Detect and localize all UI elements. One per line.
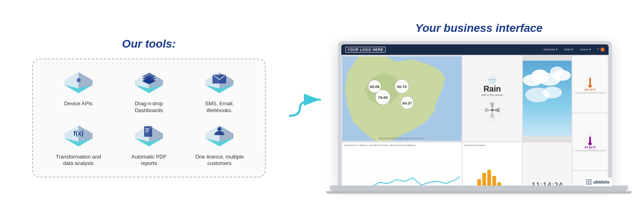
thermometer-column: 49.75°F Last updated 05/04/2022 10:10 [572, 56, 608, 186]
dashboard-navbar: YOUR LOGO HERE Devices ▾ Data ▾ Users ▾ … [341, 44, 609, 55]
licence-label: One licence, multiplecustomers [195, 154, 244, 167]
nav-users[interactable]: Users ▾ [580, 48, 590, 51]
bar-chart-title: Temperature distribution [464, 144, 520, 146]
svg-rect-80 [487, 169, 491, 185]
layers-icon [131, 69, 167, 97]
bar-chart-widget: Temperature distribution [462, 142, 522, 186]
svg-text:84.37: 84.37 [402, 100, 412, 105]
user-avatar[interactable] [601, 48, 605, 52]
svg-rect-63 [589, 78, 591, 85]
laptop-screen: YOUR LOGO HERE Devices ▾ Data ▾ Users ▾ … [341, 44, 609, 186]
svg-point-90 [588, 181, 590, 182]
svg-rect-66 [589, 137, 591, 142]
svg-point-91 [590, 181, 592, 182]
right-panel: Your business interface YOUR LOGO HERE D… [334, 22, 624, 194]
svg-point-36 [217, 127, 221, 131]
ubidots-logo-icon [586, 179, 592, 185]
weather-sub: with a few clouds [481, 94, 503, 96]
svg-point-67 [588, 142, 592, 145]
envelope-icon [201, 69, 237, 97]
temp-2-sub: Last updated 05/04/2022 10:10 [575, 149, 605, 152]
svg-point-87 [588, 179, 590, 180]
svg-point-88 [590, 179, 592, 180]
arrow-icon [288, 92, 324, 124]
weather-widget: 🌧️ Rain with a few clouds [462, 56, 522, 142]
svg-text:79.00: 79.00 [378, 95, 388, 100]
line-chart-widget: Temperature (°C) (Bottom) • Humidity (%)… [342, 142, 462, 186]
nav-devices[interactable]: Devices ▾ [544, 48, 558, 51]
svg-point-59 [550, 67, 564, 76]
laptop-mockup: YOUR LOGO HERE Devices ▾ Data ▾ Users ▾ … [338, 41, 612, 186]
nav-icons: ? [597, 48, 605, 52]
tool-sms-email: SMS, Email,Webhooks. [186, 69, 253, 114]
transformation-label: Transformation anddata analysis [56, 154, 101, 167]
ubidots-branding: ubidots [583, 177, 613, 186]
svg-rect-79 [482, 173, 486, 185]
svg-point-86 [586, 179, 588, 180]
svg-rect-81 [492, 176, 496, 185]
nav-data[interactable]: Data ▾ [564, 48, 573, 51]
time-display: 11:14:24 [532, 181, 563, 186]
logo-placeholder: YOUR LOGO HERE [345, 47, 386, 52]
svg-point-53 [491, 109, 493, 111]
tool-device-apis: ⊞ Device APIs [45, 69, 111, 114]
svg-rect-78 [477, 179, 481, 186]
laptop-base [330, 186, 628, 191]
svg-rect-82 [497, 182, 501, 186]
weather-icon: 🌧️ [487, 75, 497, 84]
sms-email-label: SMS, Email,Webhooks. [205, 100, 234, 114]
pdf-label: Automatic PDFreports [131, 154, 166, 167]
svg-text:60.06: 60.06 [370, 84, 380, 89]
main-container: Our tools: ⊞ Device APIs [0, 0, 644, 215]
dashboard: YOUR LOGO HERE Devices ▾ Data ▾ Users ▾ … [341, 44, 609, 186]
tool-dashboards: Drag-n-dropDashboards [116, 69, 182, 114]
time-widget: 11:14:24 [523, 142, 572, 186]
dashboards-label: Drag-n-dropDashboards [135, 100, 163, 114]
temp-2-value: 47.91°F [584, 146, 596, 149]
tools-box: ⊞ Device APIs [32, 58, 266, 178]
svg-point-92 [586, 183, 588, 184]
svg-text:Map data ©2022 Google, INEGI |: Map data ©2022 Google, INEGI | Terms of … [379, 137, 424, 139]
svg-rect-27 [145, 128, 149, 129]
map-widget: 79.00 60.74 60.06 84.37 Map data ©2022 G… [342, 56, 462, 142]
svg-point-64 [588, 84, 592, 88]
tool-pdf: Automatic PDFreports [116, 122, 182, 167]
laptop-stand [326, 191, 632, 194]
device-apis-label: Device APIs [64, 100, 93, 107]
svg-text:⊞: ⊞ [76, 77, 80, 83]
left-panel: Our tools: ⊞ Device APIs [20, 38, 278, 178]
users-icon [201, 122, 237, 150]
temp-1-sub: Last updated 05/04/2022 10:10 [575, 92, 605, 94]
temp-1-value: 49.75°F [584, 88, 596, 92]
sky-widget [523, 56, 572, 142]
svg-point-93 [588, 183, 590, 184]
svg-point-94 [590, 183, 592, 184]
line-chart-title: Temperature (°C) (Bottom) • Humidity (%)… [344, 144, 460, 146]
business-interface-title: Your business interface [415, 22, 543, 35]
svg-text:f(x): f(x) [73, 130, 83, 137]
tool-transformation: f(x) Transformation anddata analysis [45, 122, 111, 167]
svg-text:60.74: 60.74 [397, 84, 407, 89]
arrow-container [286, 92, 326, 124]
function-icon: f(x) [60, 122, 97, 150]
tool-licence: One licence, multiplecustomers [186, 122, 253, 167]
weather-main: Rain [483, 84, 501, 94]
our-tools-title: Our tools: [122, 38, 176, 50]
svg-point-89 [586, 181, 588, 182]
ubidots-text: ubidots [593, 180, 609, 184]
chip-icon: ⊞ [60, 69, 97, 97]
thermo-1: 49.75°F Last updated 05/04/2022 10:10 [572, 56, 608, 113]
thermo-2: 47.91°F Last updated 05/04/2022 10:10 [572, 113, 608, 170]
svg-rect-29 [145, 132, 148, 132]
svg-rect-28 [145, 130, 149, 131]
document-icon [131, 122, 167, 150]
wind-rose [480, 98, 504, 122]
svg-point-61 [543, 86, 562, 98]
